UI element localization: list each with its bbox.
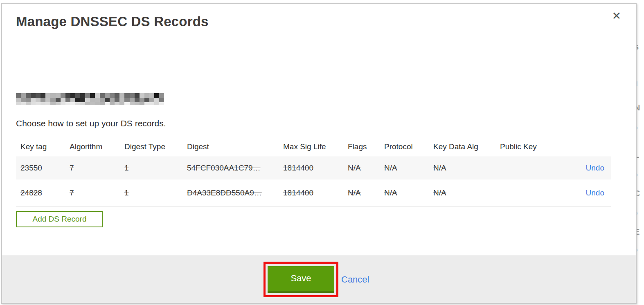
- cell-max-sig-life: 1814400: [279, 188, 343, 197]
- edge-text-fragment: L: [637, 150, 639, 160]
- edge-link-fragment: o: [637, 209, 637, 216]
- table-row: 23550 7 1 54FCF030AA1C79… 1814400 N/A N/…: [16, 156, 611, 179]
- dialog-footer: Save Cancel: [2, 255, 636, 303]
- column-header-key-tag: Key tag: [16, 142, 65, 151]
- edge-link-fragment: o: [637, 171, 637, 178]
- undo-link[interactable]: Undo: [586, 164, 604, 172]
- cell-digest: 54FCF030AA1C79…: [182, 164, 279, 173]
- cell-digest: D4A33E8DD550A9…: [182, 188, 279, 197]
- column-header-protocol: Protocol: [380, 142, 429, 151]
- cell-digest-type: 1: [120, 188, 182, 197]
- manage-dnssec-ds-records-dialog: Manage DNSSEC DS Records ✕ Choose how to…: [1, 3, 637, 304]
- annotation-highlight-box: Save: [263, 262, 338, 297]
- column-header-digest: Digest: [182, 142, 279, 151]
- edge-link-fragment: o: [637, 246, 637, 253]
- column-header-algorithm: Algorithm: [65, 142, 120, 151]
- cell-algorithm: 7: [65, 188, 120, 197]
- edge-link-fragment: o: [637, 124, 637, 131]
- undo-link[interactable]: Undo: [586, 188, 604, 197]
- table-row: 24828 7 1 D4A33E8DD550A9… 1814400 N/A N/…: [16, 179, 611, 206]
- add-ds-record-button[interactable]: Add DS Record: [16, 211, 103, 227]
- cell-max-sig-life: 1814400: [279, 164, 343, 173]
- ds-records-table: Key tag Algorithm Digest Type Digest Max…: [16, 138, 611, 206]
- cell-key-tag: 23550: [16, 164, 65, 173]
- cell-protocol: N/A: [380, 164, 429, 173]
- cell-flags: N/A: [343, 188, 380, 197]
- edge-text-fragment: E: [637, 227, 639, 237]
- cancel-link[interactable]: Cancel: [341, 274, 369, 285]
- cell-algorithm: 7: [65, 164, 120, 173]
- column-header-max-sig-life: Max Sig Life: [279, 142, 343, 151]
- cell-key-data-alg: N/A: [429, 164, 495, 173]
- column-header-public-key: Public Key: [495, 142, 553, 151]
- edge-text-fragment: C: [637, 189, 640, 198]
- close-icon[interactable]: ✕: [612, 11, 621, 22]
- column-header-key-data-alg: Key Data Alg: [429, 142, 495, 151]
- save-button[interactable]: Save: [268, 266, 334, 293]
- edge-text-fragment: N: [637, 103, 640, 112]
- page-title: Manage DNSSEC DS Records: [16, 14, 209, 29]
- table-header-row: Key tag Algorithm Digest Type Digest Max…: [16, 138, 611, 156]
- cell-digest-type: 1: [120, 164, 182, 173]
- cell-protocol: N/A: [380, 188, 429, 197]
- cell-key-tag: 24828: [16, 188, 65, 197]
- column-header-flags: Flags: [343, 142, 380, 151]
- cell-flags: N/A: [343, 164, 380, 173]
- cell-key-data-alg: N/A: [429, 188, 495, 197]
- column-header-digest-type: Digest Type: [120, 142, 182, 151]
- redacted-domain-name: [16, 93, 164, 105]
- edge-text-fragment: s: [637, 42, 639, 52]
- edge-link-fragment: d: [637, 80, 637, 87]
- background-page-edge: s d N o L o C o E o: [637, 0, 644, 305]
- screen: s d N o L o C o E o Manage DNSSEC DS Rec…: [0, 0, 644, 305]
- instruction-text: Choose how to set up your DS records.: [16, 119, 166, 128]
